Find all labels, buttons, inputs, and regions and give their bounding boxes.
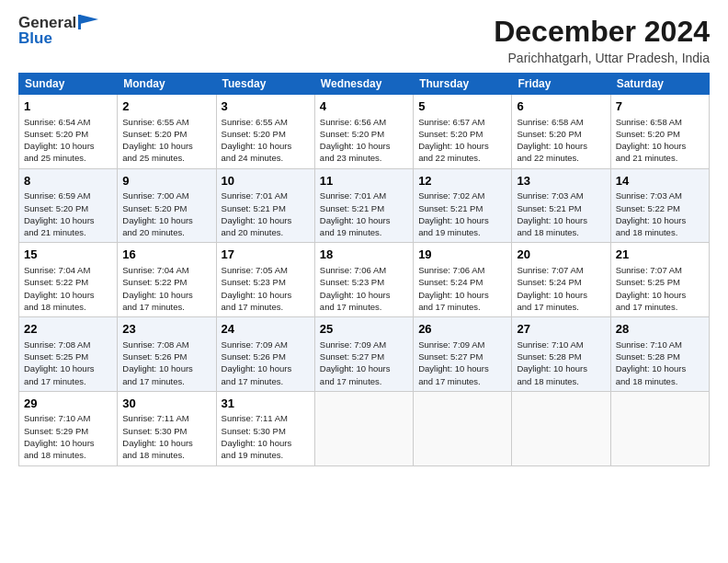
day-detail: Sunrise: 7:11 AM Sunset: 5:30 PM Dayligh… [222, 412, 310, 461]
table-row: 20Sunrise: 7:07 AM Sunset: 5:24 PM Dayli… [512, 243, 610, 317]
table-row [610, 391, 709, 465]
calendar-week-row: 29Sunrise: 7:10 AM Sunset: 5:29 PM Dayli… [19, 391, 710, 465]
day-detail: Sunrise: 7:03 AM Sunset: 5:21 PM Dayligh… [517, 190, 605, 238]
table-row: 30Sunrise: 7:11 AM Sunset: 5:30 PM Dayli… [118, 391, 216, 465]
table-row: 14Sunrise: 7:03 AM Sunset: 5:22 PM Dayli… [610, 168, 709, 243]
day-detail: Sunrise: 6:58 AM Sunset: 5:20 PM Dayligh… [616, 116, 704, 165]
day-number: 7 [616, 98, 704, 115]
day-detail: Sunrise: 6:55 AM Sunset: 5:20 PM Dayligh… [122, 116, 210, 165]
day-number: 21 [616, 247, 704, 263]
table-row: 2Sunrise: 6:55 AM Sunset: 5:20 PM Daylig… [118, 95, 216, 169]
day-detail: Sunrise: 6:57 AM Sunset: 5:20 PM Dayligh… [418, 116, 506, 165]
day-detail: Sunrise: 7:11 AM Sunset: 5:30 PM Dayligh… [122, 412, 210, 461]
header-saturday: Saturday [610, 74, 709, 95]
table-row: 10Sunrise: 7:01 AM Sunset: 5:21 PM Dayli… [216, 168, 314, 243]
header-monday: Monday [118, 74, 216, 95]
day-number: 31 [222, 396, 310, 412]
day-detail: Sunrise: 7:09 AM Sunset: 5:27 PM Dayligh… [418, 339, 506, 387]
table-row: 21Sunrise: 7:07 AM Sunset: 5:25 PM Dayli… [610, 243, 709, 317]
table-row: 24Sunrise: 7:09 AM Sunset: 5:26 PM Dayli… [216, 317, 314, 392]
header-wednesday: Wednesday [314, 74, 413, 95]
svg-rect-1 [78, 15, 81, 29]
day-detail: Sunrise: 6:56 AM Sunset: 5:20 PM Dayligh… [320, 116, 408, 165]
logo: General Blue [18, 15, 98, 47]
day-number: 24 [222, 321, 310, 338]
day-detail: Sunrise: 7:07 AM Sunset: 5:24 PM Dayligh… [517, 264, 605, 313]
day-number: 5 [418, 98, 506, 115]
page-header: General Blue December 2024 Parichhatgarh… [18, 15, 710, 65]
header-tuesday: Tuesday [216, 74, 314, 95]
day-number: 14 [616, 173, 704, 190]
day-number: 18 [320, 247, 408, 263]
calendar-week-row: 22Sunrise: 7:08 AM Sunset: 5:25 PM Dayli… [19, 317, 710, 392]
table-row: 31Sunrise: 7:11 AM Sunset: 5:30 PM Dayli… [216, 391, 314, 465]
day-number: 12 [418, 173, 506, 190]
day-number: 6 [517, 98, 605, 115]
day-number: 17 [222, 247, 310, 263]
day-detail: Sunrise: 7:01 AM Sunset: 5:21 PM Dayligh… [222, 190, 310, 238]
day-detail: Sunrise: 7:03 AM Sunset: 5:22 PM Dayligh… [616, 190, 704, 238]
logo-flag-icon [78, 15, 98, 29]
day-detail: Sunrise: 7:01 AM Sunset: 5:21 PM Dayligh… [320, 190, 408, 238]
day-detail: Sunrise: 7:00 AM Sunset: 5:20 PM Dayligh… [122, 190, 210, 238]
day-number: 27 [517, 321, 605, 338]
table-row: 28Sunrise: 7:10 AM Sunset: 5:28 PM Dayli… [610, 317, 709, 392]
table-row: 23Sunrise: 7:08 AM Sunset: 5:26 PM Dayli… [118, 317, 216, 392]
table-row: 22Sunrise: 7:08 AM Sunset: 5:25 PM Dayli… [19, 317, 118, 392]
day-detail: Sunrise: 7:07 AM Sunset: 5:25 PM Dayligh… [616, 264, 704, 313]
day-number: 20 [517, 247, 605, 263]
logo-blue: Blue [18, 30, 98, 48]
day-number: 3 [222, 98, 310, 115]
table-row [512, 391, 610, 465]
day-number: 4 [320, 98, 408, 115]
day-detail: Sunrise: 7:08 AM Sunset: 5:26 PM Dayligh… [122, 339, 210, 387]
day-number: 16 [122, 247, 210, 263]
day-number: 23 [122, 321, 210, 338]
calendar-week-row: 1Sunrise: 6:54 AM Sunset: 5:20 PM Daylig… [19, 95, 710, 169]
day-number: 22 [24, 321, 112, 338]
table-row: 8Sunrise: 6:59 AM Sunset: 5:20 PM Daylig… [19, 168, 118, 243]
day-number: 29 [24, 396, 112, 412]
day-detail: Sunrise: 6:54 AM Sunset: 5:20 PM Dayligh… [24, 116, 112, 165]
table-row: 9Sunrise: 7:00 AM Sunset: 5:20 PM Daylig… [118, 168, 216, 243]
day-detail: Sunrise: 7:08 AM Sunset: 5:25 PM Dayligh… [24, 339, 112, 387]
calendar-week-row: 15Sunrise: 7:04 AM Sunset: 5:22 PM Dayli… [19, 243, 710, 317]
day-number: 19 [418, 247, 506, 263]
table-row: 27Sunrise: 7:10 AM Sunset: 5:28 PM Dayli… [512, 317, 610, 392]
day-detail: Sunrise: 7:09 AM Sunset: 5:27 PM Dayligh… [320, 339, 408, 387]
day-number: 10 [222, 173, 310, 190]
day-number: 25 [320, 321, 408, 338]
table-row: 7Sunrise: 6:58 AM Sunset: 5:20 PM Daylig… [610, 95, 709, 169]
table-row: 3Sunrise: 6:55 AM Sunset: 5:20 PM Daylig… [216, 95, 314, 169]
table-row [414, 391, 512, 465]
day-detail: Sunrise: 7:09 AM Sunset: 5:26 PM Dayligh… [222, 339, 310, 387]
day-detail: Sunrise: 7:04 AM Sunset: 5:22 PM Dayligh… [122, 264, 210, 313]
calendar-header-row: Sunday Monday Tuesday Wednesday Thursday… [19, 74, 710, 95]
table-row: 13Sunrise: 7:03 AM Sunset: 5:21 PM Dayli… [512, 168, 610, 243]
month-title: December 2024 [494, 15, 710, 49]
day-detail: Sunrise: 7:06 AM Sunset: 5:24 PM Dayligh… [418, 264, 506, 313]
table-row: 6Sunrise: 6:58 AM Sunset: 5:20 PM Daylig… [512, 95, 610, 169]
calendar-page: General Blue December 2024 Parichhatgarh… [0, 0, 728, 563]
day-detail: Sunrise: 7:04 AM Sunset: 5:22 PM Dayligh… [24, 264, 112, 313]
table-row: 25Sunrise: 7:09 AM Sunset: 5:27 PM Dayli… [314, 317, 413, 392]
table-row: 5Sunrise: 6:57 AM Sunset: 5:20 PM Daylig… [414, 95, 512, 169]
day-number: 2 [122, 98, 210, 115]
day-detail: Sunrise: 7:10 AM Sunset: 5:29 PM Dayligh… [24, 412, 112, 461]
day-number: 13 [517, 173, 605, 190]
location-text: Parichhatgarh, Uttar Pradesh, India [494, 51, 710, 65]
title-block: December 2024 Parichhatgarh, Uttar Prade… [494, 15, 710, 65]
day-number: 15 [24, 247, 112, 263]
day-detail: Sunrise: 6:58 AM Sunset: 5:20 PM Dayligh… [517, 116, 605, 165]
table-row: 29Sunrise: 7:10 AM Sunset: 5:29 PM Dayli… [19, 391, 118, 465]
calendar-table: Sunday Monday Tuesday Wednesday Thursday… [18, 73, 710, 466]
calendar-week-row: 8Sunrise: 6:59 AM Sunset: 5:20 PM Daylig… [19, 168, 710, 243]
day-number: 26 [418, 321, 506, 338]
day-number: 11 [320, 173, 408, 190]
table-row: 12Sunrise: 7:02 AM Sunset: 5:21 PM Dayli… [414, 168, 512, 243]
day-number: 1 [24, 98, 112, 115]
table-row: 17Sunrise: 7:05 AM Sunset: 5:23 PM Dayli… [216, 243, 314, 317]
day-detail: Sunrise: 7:06 AM Sunset: 5:23 PM Dayligh… [320, 264, 408, 313]
table-row: 4Sunrise: 6:56 AM Sunset: 5:20 PM Daylig… [314, 95, 413, 169]
day-detail: Sunrise: 7:02 AM Sunset: 5:21 PM Dayligh… [418, 190, 506, 238]
